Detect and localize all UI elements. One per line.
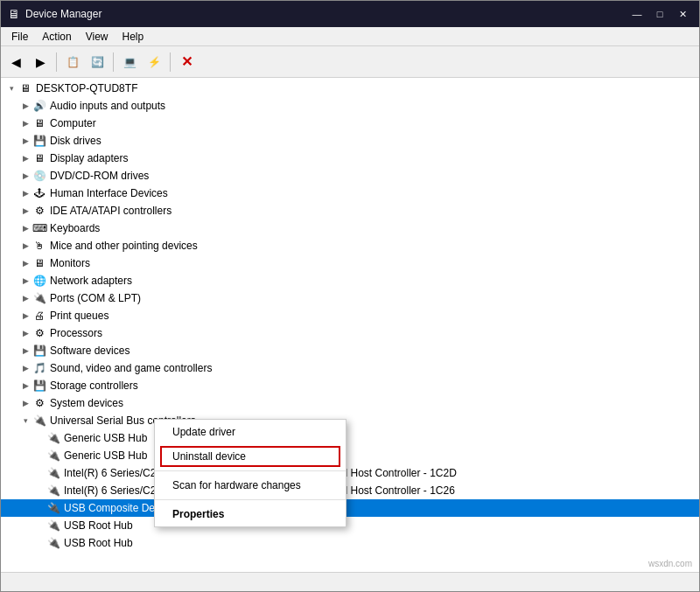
toggle-monitors[interactable]: ▶ bbox=[18, 256, 32, 270]
toggle-system[interactable]: ▶ bbox=[18, 396, 32, 410]
context-menu-update-label: Update driver bbox=[172, 426, 235, 438]
toggle-ports[interactable]: ▶ bbox=[18, 291, 32, 305]
icon-disk: 💾 bbox=[32, 134, 46, 148]
tree-item-computer[interactable]: ▶ 🖥 Computer bbox=[1, 115, 699, 132]
tree-item-intel2[interactable]: 🔌 Intel(R) 6 Series/C200 Series Chipset … bbox=[1, 482, 699, 499]
tree-item-intel1[interactable]: 🔌 Intel(R) 6 Series/C200 Series Chipset … bbox=[1, 464, 699, 482]
tree-item-composite[interactable]: 🔌 USB Composite Device bbox=[1, 499, 699, 517]
tree-item-roothub1[interactable]: 🔌 USB Root Hub bbox=[1, 517, 699, 534]
label-software: Software devices bbox=[50, 345, 130, 357]
tree-item-storage[interactable]: ▶ 💾 Storage controllers bbox=[1, 377, 699, 394]
label-ide: IDE ATA/ATAPI controllers bbox=[50, 205, 172, 217]
forward-button[interactable]: ▶ bbox=[29, 51, 52, 73]
toolbar: ◀ ▶ 📋 🔄 💻 ⚡ ✕ bbox=[1, 46, 699, 78]
toggle-print[interactable]: ▶ bbox=[18, 309, 32, 323]
toggle-disk[interactable]: ▶ bbox=[18, 134, 32, 148]
tree-item-root[interactable]: ▾ 🖥 DESKTOP-QTUD8TF bbox=[1, 80, 699, 97]
label-display: Display adapters bbox=[50, 152, 128, 164]
icon-hub2: 🔌 bbox=[46, 449, 60, 463]
tree-item-keyboards[interactable]: ▶ ⌨ Keyboards bbox=[1, 219, 699, 237]
icon-display: 🖥 bbox=[32, 151, 46, 165]
toggle-sound[interactable]: ▶ bbox=[18, 361, 32, 375]
menu-view[interactable]: View bbox=[79, 29, 116, 45]
label-processors: Processors bbox=[50, 327, 102, 339]
back-button[interactable]: ◀ bbox=[4, 51, 27, 73]
toggle-hid[interactable]: ▶ bbox=[18, 186, 32, 200]
context-menu-properties[interactable]: Properties bbox=[155, 502, 346, 526]
tree-item-display[interactable]: ▶ 🖥 Display adapters bbox=[1, 150, 699, 167]
menu-help[interactable]: Help bbox=[116, 29, 151, 45]
label-monitors: Monitors bbox=[50, 257, 90, 269]
toggle-display[interactable]: ▶ bbox=[18, 151, 32, 165]
label-computer: Computer bbox=[50, 117, 96, 129]
toggle-processors[interactable]: ▶ bbox=[18, 326, 32, 340]
uninstall-button[interactable]: ✕ bbox=[175, 51, 198, 73]
label-disk: Disk drives bbox=[50, 135, 102, 147]
minimize-button[interactable]: — bbox=[627, 5, 647, 23]
icon-root: 🖥 bbox=[18, 81, 32, 95]
icon-dvd: 💿 bbox=[32, 169, 46, 183]
tree-item-monitors[interactable]: ▶ 🖥 Monitors bbox=[1, 254, 699, 272]
toggle-keyboards[interactable]: ▶ bbox=[18, 221, 32, 235]
tree-item-processors[interactable]: ▶ ⚙ Processors bbox=[1, 324, 699, 342]
tree-item-print[interactable]: ▶ 🖨 Print queues bbox=[1, 307, 699, 324]
label-audio: Audio inputs and outputs bbox=[50, 100, 165, 112]
toggle-audio[interactable]: ▶ bbox=[18, 99, 32, 113]
tree-item-software[interactable]: ▶ 💾 Software devices bbox=[1, 342, 699, 359]
toggle-dvd[interactable]: ▶ bbox=[18, 169, 32, 183]
properties-button[interactable]: 📋 bbox=[61, 51, 84, 73]
tree-item-usb[interactable]: ▾ 🔌 Universal Serial Bus controllers bbox=[1, 412, 699, 429]
tree-item-hub1[interactable]: 🔌 Generic USB Hub bbox=[1, 429, 699, 447]
tree-item-dvd[interactable]: ▶ 💿 DVD/CD-ROM drives bbox=[1, 167, 699, 185]
window-frame: 🖥 Device Manager — □ ✕ File Action View … bbox=[0, 0, 700, 592]
toggle-usb[interactable]: ▾ bbox=[18, 414, 32, 428]
tree-item-network[interactable]: ▶ 🌐 Network adapters bbox=[1, 272, 699, 289]
context-menu-update[interactable]: Update driver bbox=[155, 420, 346, 444]
toggle-software[interactable]: ▶ bbox=[18, 344, 32, 358]
tree-item-ports[interactable]: ▶ 🔌 Ports (COM & LPT) bbox=[1, 289, 699, 307]
icon-sound: 🎵 bbox=[32, 361, 46, 375]
toggle-root[interactable]: ▾ bbox=[4, 81, 18, 95]
tree-item-sound[interactable]: ▶ 🎵 Sound, video and game controllers bbox=[1, 359, 699, 377]
icon-ports: 🔌 bbox=[32, 291, 46, 305]
title-bar-controls: — □ ✕ bbox=[627, 5, 692, 23]
maximize-button[interactable]: □ bbox=[650, 5, 669, 23]
title-bar: 🖥 Device Manager — □ ✕ bbox=[1, 1, 699, 27]
context-menu: Update driver Uninstall device Scan for … bbox=[154, 419, 346, 527]
toggle-intel1 bbox=[32, 466, 46, 480]
icon-monitors: 🖥 bbox=[32, 256, 46, 270]
toggle-hub2 bbox=[32, 449, 46, 463]
tree-item-ide[interactable]: ▶ ⚙ IDE ATA/ATAPI controllers bbox=[1, 202, 699, 219]
toggle-ide[interactable]: ▶ bbox=[18, 204, 32, 218]
tree-item-audio[interactable]: ▶ 🔊 Audio inputs and outputs bbox=[1, 97, 699, 115]
label-network: Network adapters bbox=[50, 275, 132, 287]
label-roothub2: USB Root Hub bbox=[64, 537, 133, 549]
toolbar-sep-2 bbox=[113, 52, 114, 72]
toggle-computer[interactable]: ▶ bbox=[18, 116, 32, 130]
tree-item-mice[interactable]: ▶ 🖱 Mice and other pointing devices bbox=[1, 237, 699, 254]
icon-system: ⚙ bbox=[32, 396, 46, 410]
icon-roothub1: 🔌 bbox=[46, 519, 60, 533]
context-menu-scan[interactable]: Scan for hardware changes bbox=[155, 473, 346, 498]
toggle-mice[interactable]: ▶ bbox=[18, 239, 32, 253]
show-hidden-button[interactable]: 💻 bbox=[118, 51, 141, 73]
tree-view[interactable]: ▾ 🖥 DESKTOP-QTUD8TF ▶ 🔊 Audio inputs and… bbox=[1, 78, 699, 554]
tree-item-disk[interactable]: ▶ 💾 Disk drives bbox=[1, 132, 699, 150]
tree-item-roothub2[interactable]: 🔌 USB Root Hub bbox=[1, 534, 699, 552]
menu-file[interactable]: File bbox=[4, 29, 35, 45]
close-button[interactable]: ✕ bbox=[673, 5, 692, 23]
toggle-network[interactable]: ▶ bbox=[18, 274, 32, 288]
tree-item-hub2[interactable]: 🔌 Generic USB Hub bbox=[1, 447, 699, 464]
icon-roothub2: 🔌 bbox=[46, 536, 60, 550]
toggle-storage[interactable]: ▶ bbox=[18, 379, 32, 393]
icon-computer: 🖥 bbox=[32, 116, 46, 130]
icon-ide: ⚙ bbox=[32, 204, 46, 218]
context-menu-uninstall[interactable]: Uninstall device bbox=[155, 444, 346, 469]
menu-action[interactable]: Action bbox=[35, 29, 78, 45]
resources-button[interactable]: ⚡ bbox=[143, 51, 165, 73]
tree-item-hid[interactable]: ▶ 🕹 Human Interface Devices bbox=[1, 185, 699, 202]
update-driver-button[interactable]: 🔄 bbox=[86, 51, 108, 73]
toggle-intel2 bbox=[32, 484, 46, 498]
tree-item-system[interactable]: ▶ ⚙ System devices bbox=[1, 394, 699, 412]
toolbar-sep-1 bbox=[56, 52, 57, 72]
